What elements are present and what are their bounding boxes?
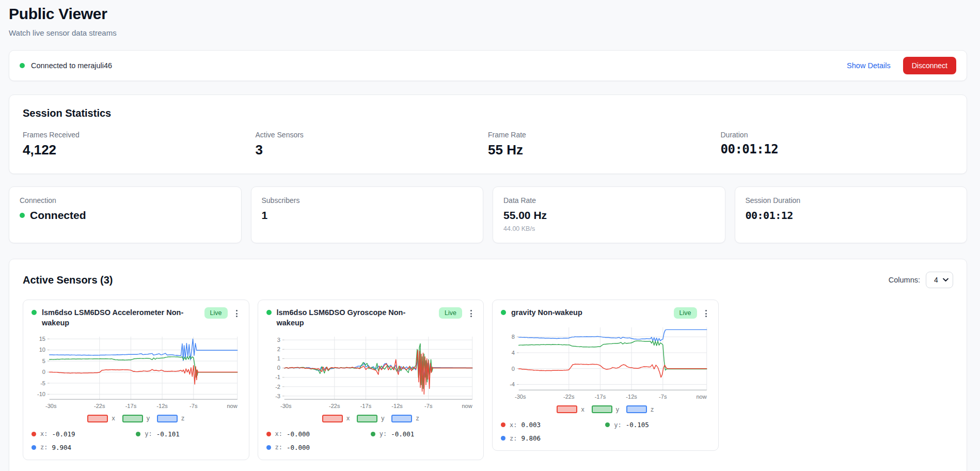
svg-text:0: 0 [277,365,280,371]
stat-label: Duration [721,131,954,139]
legend-item-x: x [87,415,115,422]
legend-label: x [581,406,584,413]
stat-value: 00:01:12 [721,142,954,156]
legend-label: z [651,406,654,413]
active-sensors-panel: Active Sensors (3) Columns: 4 lsm6d [9,259,967,471]
svg-text:now: now [696,394,707,400]
live-badge: Live [439,307,462,319]
value-label: z: [40,444,48,451]
svg-text:0: 0 [512,366,515,372]
stat-label: Frames Received [23,131,256,139]
svg-text:-7s: -7s [659,394,667,400]
value-number: -0.101 [156,430,180,438]
live-status-icon [31,310,37,315]
legend-item-z: z [157,415,184,422]
value-label: y: [380,430,387,437]
value-number: -0.001 [391,430,414,438]
live-status-icon [266,310,272,315]
stat-value: 4,122 [23,142,256,158]
chart-legend: x y z [266,415,476,422]
value-number: 0.003 [521,421,541,429]
svg-text:2: 2 [277,346,280,352]
legend-swatch-z [626,405,647,413]
svg-text:-1: -1 [275,374,280,380]
sensor-chart: 151050-5-10-30s-22s-17s-12s-7snow [31,335,241,413]
value-label: y: [614,421,621,429]
legend-swatch-x [87,415,108,422]
svg-text:-30s: -30s [280,402,291,409]
kebab-menu-icon[interactable] [467,308,475,319]
page-title: Public Viewer [9,5,967,23]
value-x: x:-0.000 [266,430,371,438]
value-number: 9.806 [521,434,541,442]
svg-text:now: now [227,402,238,409]
value-label: y: [145,430,152,437]
svg-text:15: 15 [39,336,45,342]
svg-text:-30s: -30s [515,394,526,400]
z-dot-icon [266,445,271,450]
sensor-card-gyroscope: lsm6dso LSM6DSO Gyroscope Non-wakeup Liv… [258,300,484,460]
value-number: 9.904 [52,444,71,451]
subscribers-card: Subscribers 1 [251,186,484,243]
current-values: x:-0.000 y:-0.001 z:-0.000 [266,430,476,451]
sensor-title: lsm6dso LSM6DSO Gyroscope Non-wakeup [277,307,432,328]
line-chart: 3210-1-2-3-30s-22s-17s-12s-7snow [266,335,476,413]
session-duration-card: Session Duration 00:01:12 [735,186,968,243]
session-statistics-title: Session Statistics [23,107,953,119]
columns-select[interactable]: 4 [926,272,953,288]
y-dot-icon [136,432,140,436]
line-chart: 840-4-30s-22s-17s-12s-7snow [501,325,710,404]
x-dot-icon [31,432,36,436]
svg-text:-7s: -7s [189,402,198,409]
value-number: -0.105 [626,421,649,429]
live-badge: Live [674,307,697,319]
connected-status-icon [20,213,25,218]
svg-text:10: 10 [39,347,45,353]
legend-label: x [112,415,115,422]
sensor-card-header: lsm6dso LSM6DSO Accelerometer Non-wakeup… [31,307,241,328]
svg-text:-3: -3 [275,392,280,399]
legend-item-y: y [122,415,150,422]
card-label: Connection [20,196,231,205]
stat-frames-received: Frames Received 4,122 [23,131,256,158]
kebab-menu-icon[interactable] [233,308,241,319]
card-label: Data Rate [503,196,715,205]
show-details-link[interactable]: Show Details [844,61,894,70]
value-label: x: [40,430,48,437]
legend-item-x: x [557,405,584,413]
legend-label: z [416,415,419,422]
value-x: x:0.003 [501,421,605,429]
svg-text:-12s: -12s [626,394,637,400]
sensor-chart: 3210-1-2-3-30s-22s-17s-12s-7snow [266,335,476,413]
svg-text:-4: -4 [510,381,515,387]
svg-text:-12s: -12s [391,402,403,409]
svg-text:-17s: -17s [125,402,137,409]
legend-swatch-z [157,415,178,422]
columns-select-box: 4 [926,272,953,288]
legend-label: y [616,406,619,413]
legend-label: z [181,415,184,422]
legend-swatch-y [122,415,143,422]
sensor-title: lsm6dso LSM6DSO Accelerometer Non-wakeup [42,307,197,328]
value-label: z: [510,435,517,442]
connection-value-text: Connected [30,209,86,222]
session-statistics-panel: Session Statistics Frames Received 4,122… [9,95,967,174]
stat-value: 3 [256,142,488,158]
legend-label: y [381,415,384,422]
stat-active-sensors: Active Sensors 3 [256,131,488,158]
svg-text:-2: -2 [275,383,280,389]
card-value: Connected [20,209,231,222]
card-value: 55.00 Hz [503,209,715,222]
card-label: Session Duration [746,196,957,205]
y-dot-icon [371,432,375,436]
x-dot-icon [266,432,271,436]
svg-text:-5: -5 [40,380,45,386]
sensor-cards-grid: lsm6dso LSM6DSO Accelerometer Non-wakeup… [23,300,953,460]
value-y: y:-0.001 [371,430,475,438]
disconnect-button[interactable]: Disconnect [903,57,956,74]
value-z: z:9.904 [31,444,136,451]
y-dot-icon [605,422,610,427]
legend-item-z: z [626,405,654,413]
line-chart: 151050-5-10-30s-22s-17s-12s-7snow [31,335,241,413]
kebab-menu-icon[interactable] [702,308,710,319]
